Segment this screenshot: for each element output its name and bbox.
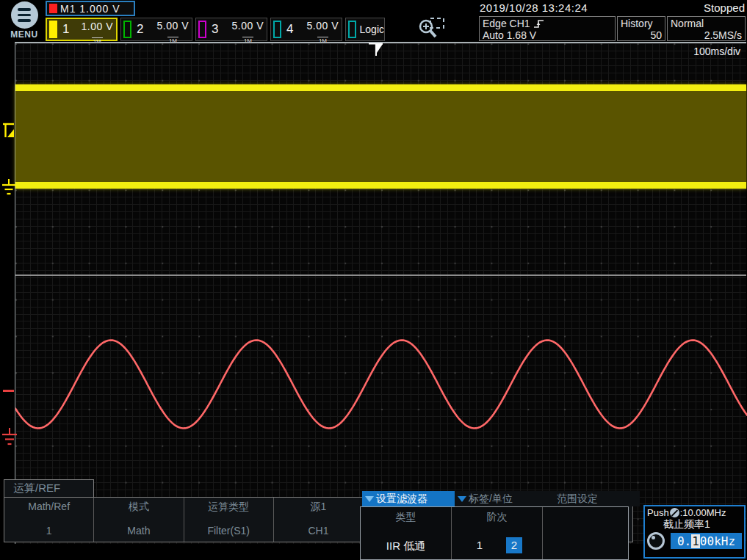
trigger-mode: Edge CH1 bbox=[483, 18, 530, 29]
softkey-value: Math bbox=[127, 525, 150, 537]
filter-type-field[interactable]: 类型 IIR 低通 bbox=[361, 507, 452, 559]
math1-color-swatch bbox=[49, 4, 57, 13]
math1-scale-label: M1 1.000 V bbox=[60, 3, 120, 15]
math1-sine-waveform bbox=[15, 43, 747, 545]
softkey-value: CH1 bbox=[308, 525, 328, 537]
record-mode-label: Normal bbox=[671, 18, 742, 29]
dropdown-label: 范围设定 bbox=[557, 492, 598, 506]
chevron-down-icon bbox=[458, 496, 466, 502]
channel-4-number: 4 bbox=[286, 22, 297, 37]
trigger-level: Auto 1.68 V bbox=[483, 29, 612, 41]
channel-1-button[interactable]: 1 1.00 V 1M bbox=[46, 18, 118, 41]
math1-badge[interactable]: M1 1.000 V bbox=[46, 1, 135, 16]
channel-2-button[interactable]: 2 5.00 V 1M bbox=[120, 18, 192, 41]
dropdown-label: 设置滤波器 bbox=[376, 492, 427, 506]
channel-1-scale: 1.00 V bbox=[82, 21, 113, 32]
cutoff-frequency-label: 截止频率1 bbox=[663, 518, 742, 531]
rising-edge-icon bbox=[533, 18, 545, 29]
filter-type-label: 类型 bbox=[396, 511, 416, 524]
trigger-position-marker[interactable] bbox=[367, 43, 385, 57]
value-cursor-digit: 1 bbox=[691, 534, 700, 548]
dropdown-header-strip: 设置滤波器 标签/单位 范围设定 bbox=[362, 491, 640, 506]
softkey-source1[interactable]: 源1 CH1 bbox=[274, 498, 364, 542]
channel-2-number: 2 bbox=[137, 22, 147, 37]
channel-1-number: 1 bbox=[62, 22, 73, 37]
softkey-label: 运算类型 bbox=[208, 501, 249, 514]
channel-4-scale: 5.00 V bbox=[307, 20, 339, 32]
order-option-1[interactable]: 1 bbox=[472, 537, 488, 553]
logic-color-tab bbox=[348, 21, 356, 38]
push-knob-icon bbox=[670, 508, 679, 517]
math1-ground-marker[interactable] bbox=[1, 427, 18, 448]
softkey-mode[interactable]: 模式 Math bbox=[94, 498, 184, 542]
trigger-info-box[interactable]: Edge CH1 Auto 1.68 V bbox=[479, 16, 616, 41]
filter-type-value: IIR 低通 bbox=[386, 539, 425, 553]
softkey-value: Filter(S1) bbox=[207, 525, 250, 537]
cutoff-frequency-value[interactable]: 0.100kHz bbox=[671, 533, 742, 549]
cutoff-frequency-panel: Push :10.00MHz 截止频率1 0.100kHz bbox=[643, 505, 746, 559]
channel-1-color-tab bbox=[49, 21, 57, 38]
history-label: History bbox=[621, 18, 662, 29]
push-label: Push bbox=[647, 507, 669, 518]
math1-level-marker[interactable] bbox=[3, 390, 14, 392]
zoom-search-icon[interactable] bbox=[416, 16, 454, 40]
menu-button-label: MENU bbox=[7, 29, 41, 40]
dropdown-range-setting[interactable]: 范围设定 bbox=[547, 491, 640, 506]
record-mode-box[interactable]: Normal 2.5MS/s bbox=[667, 16, 746, 41]
sample-rate-value: 2.5MS/s bbox=[671, 29, 742, 41]
filter-order-label: 阶次 bbox=[487, 511, 508, 524]
channel-4-button[interactable]: 4 5.00 V 1M bbox=[270, 18, 342, 41]
history-box[interactable]: History 50 bbox=[617, 16, 665, 41]
popup-empty-column bbox=[543, 507, 628, 559]
softkey-label: 源1 bbox=[311, 501, 327, 514]
dropdown-setup-filter[interactable]: 设置滤波器 bbox=[362, 491, 455, 506]
softkey-label: Math/Ref bbox=[28, 501, 70, 512]
history-value: 50 bbox=[621, 29, 662, 41]
menu-tab-math-ref[interactable]: 运算/REF bbox=[4, 479, 94, 497]
channel-3-button[interactable]: 3 5.00 V 1M bbox=[195, 18, 267, 41]
order-option-2[interactable]: 2 bbox=[506, 537, 522, 553]
softkey-value: 1 bbox=[46, 525, 52, 537]
push-value: :10.00MHz bbox=[680, 507, 726, 518]
menu-button[interactable]: MENU bbox=[7, 1, 41, 41]
oscilloscope-screen: MENU M1 1.000 V 1 1.00 V 1M 2 5.00 V 1M bbox=[0, 0, 747, 560]
top-bar: MENU M1 1.000 V 1 1.00 V 1M 2 5.00 V 1M bbox=[0, 0, 747, 42]
timebase-label: 100ms/div bbox=[693, 46, 740, 57]
ch1-ground-marker[interactable] bbox=[1, 178, 16, 197]
logic-button[interactable]: Logic bbox=[345, 18, 385, 41]
softkey-operation-type[interactable]: 运算类型 Filter(S1) bbox=[184, 498, 274, 542]
dropdown-label: 标签/单位 bbox=[469, 492, 513, 506]
filter-order-field: 阶次 1 2 bbox=[452, 507, 543, 559]
logic-label: Logic bbox=[360, 23, 384, 35]
datetime: 2019/10/28 13:24:24 bbox=[480, 1, 588, 14]
channel-2-scale: 5.00 V bbox=[157, 20, 189, 32]
hamburger-icon bbox=[11, 1, 38, 29]
dropdown-label-unit[interactable]: 标签/单位 bbox=[455, 491, 547, 506]
waveform-display: 100ms/div bbox=[15, 42, 746, 544]
filter-setup-popup: 类型 IIR 低通 阶次 1 2 bbox=[360, 506, 629, 560]
channel-3-number: 3 bbox=[212, 22, 222, 37]
softkey-label: 模式 bbox=[129, 501, 149, 514]
push-hint: Push :10.00MHz bbox=[647, 507, 742, 518]
rotary-knob-icon[interactable] bbox=[647, 532, 665, 550]
channel-4-color-tab bbox=[273, 21, 281, 38]
softkey-math-ref[interactable]: Math/Ref 1 bbox=[4, 498, 94, 542]
ch1-trigger-level-marker[interactable] bbox=[2, 122, 15, 139]
value-suffix: 00kHz bbox=[700, 534, 735, 548]
channel-3-scale: 5.00 V bbox=[232, 20, 264, 32]
acquisition-status: Stopped bbox=[704, 1, 745, 14]
channel-row: 1 1.00 V 1M 2 5.00 V 1M 3 5.00 V bbox=[46, 18, 385, 41]
channel-3-color-tab bbox=[198, 21, 206, 38]
channel-2-color-tab bbox=[123, 21, 131, 38]
value-prefix: 0. bbox=[677, 534, 691, 548]
chevron-down-icon bbox=[365, 496, 374, 502]
